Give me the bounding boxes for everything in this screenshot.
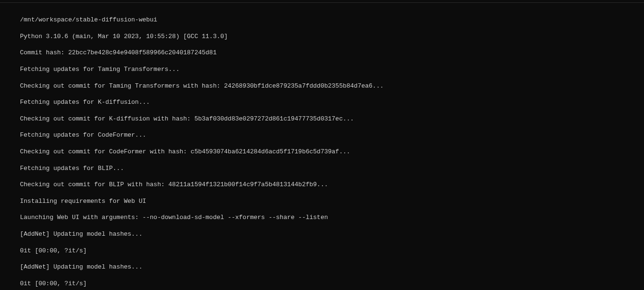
log-line: Checking out commit for K-diffusion with…: [20, 115, 644, 123]
log-line: Fetching updates for BLIP...: [20, 164, 644, 172]
log-line: Checking out commit for BLIP with hash: …: [20, 180, 644, 189]
log-line: [AddNet] Updating model hashes...: [20, 230, 644, 238]
log-line: 0it [00:00, ?it/s]: [20, 247, 644, 255]
log-line: [AddNet] Updating model hashes...: [20, 263, 644, 271]
log-line: Checking out commit for Taming Transform…: [20, 82, 644, 90]
log-line: Fetching updates for K-diffusion...: [20, 98, 644, 106]
terminal-output: /mnt/workspace/stable-diffusion-webui Py…: [0, 3, 644, 290]
log-line: Checking out commit for CodeFormer with …: [20, 148, 644, 156]
log-line: Commit hash: 22bcc7be428c94e9408f589966c…: [20, 49, 644, 57]
log-line: Installing requirements for Web UI: [20, 197, 644, 205]
log-line: Launching Web UI with arguments: --no-do…: [20, 213, 644, 221]
log-line: /mnt/workspace/stable-diffusion-webui: [20, 16, 644, 24]
log-line: Fetching updates for Taming Transformers…: [20, 65, 644, 73]
log-line: Python 3.10.6 (main, Mar 10 2023, 10:55:…: [20, 32, 644, 40]
log-line: Fetching updates for CodeFormer...: [20, 131, 644, 139]
log-line: 0it [00:00, ?it/s]: [20, 280, 644, 288]
